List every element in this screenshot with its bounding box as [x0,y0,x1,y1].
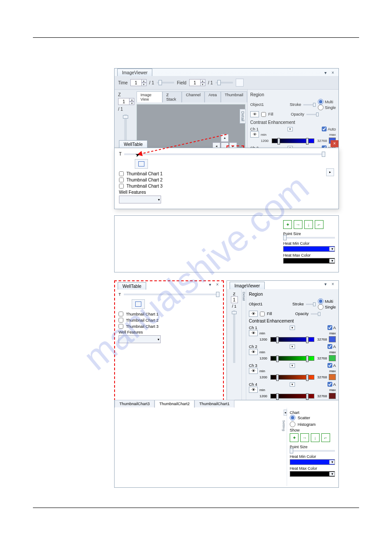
visibility-toggle[interactable]: 👁 [249,368,258,374]
tab-channel[interactable]: Channel [182,91,205,102]
heat-max-color-picker[interactable]: ▾ [283,258,335,264]
collapse-button[interactable]: ◂ [284,410,287,416]
nav-up-button[interactable]: ▴ [221,134,229,142]
thumb2-checkbox[interactable] [119,178,124,182]
heat-min-color-picker[interactable]: ▾ [283,246,335,252]
welltable-tab[interactable]: WellTable [119,140,147,148]
stroke-slider[interactable] [306,304,316,305]
panel-pin-close[interactable]: ▾ × [324,70,336,75]
visibility-toggle[interactable]: 👁 [249,311,258,317]
thumb1-checkbox[interactable] [119,171,124,176]
gradient-slider[interactable] [270,337,314,342]
channel-swatch[interactable] [329,393,336,399]
fill-checkbox[interactable] [260,312,265,316]
field-slider[interactable] [216,82,233,83]
tab-area[interactable]: Area [205,91,221,102]
gradient-slider[interactable] [270,375,314,380]
gradient-slider[interactable] [272,138,314,143]
thumb3-checkbox[interactable] [119,324,123,329]
right-icon[interactable]: → [300,433,309,442]
channel-swatch[interactable] [329,336,336,342]
heat-min-color-picker[interactable]: ▾ [290,459,335,465]
down-icon[interactable]: ↓ [304,220,313,229]
panel-pin-close[interactable]: ▾ × [209,282,220,287]
auto-checkbox[interactable] [327,363,332,368]
stroke-slider[interactable] [303,104,316,105]
tab-thumbnail[interactable]: Thumbnail [221,91,247,102]
well-grid-button[interactable] [135,159,148,169]
tab-thumb3[interactable]: ThumbnailChart3 [115,400,155,408]
z-slider[interactable] [233,310,235,363]
toolbar-button[interactable] [236,79,244,87]
channel-dropdown[interactable]: ▾ [290,363,295,368]
histogram-radio[interactable]: Histogram [290,421,335,427]
heat-min-label: Heat Min Color [290,454,335,459]
t-slider[interactable] [124,153,325,155]
point-size-slider[interactable] [283,237,335,239]
t-label: T [119,152,122,156]
well-features-dropdown[interactable]: ▾ [119,196,161,203]
channel-dropdown[interactable]: ▾ [290,382,295,387]
visibility-toggle[interactable]: 👁 [250,131,259,138]
corner-icon[interactable]: ⌐ [321,433,330,442]
detail-toggle[interactable]: Detail [240,109,246,123]
auto-checkbox[interactable] [322,127,327,131]
down-icon[interactable]: ▾ [141,83,147,86]
point-size-slider[interactable] [290,450,335,452]
close-button[interactable]: × [331,140,338,147]
corner-icon[interactable]: ⌐ [315,220,324,229]
time-slider[interactable] [157,82,174,83]
multi-radio[interactable]: Multi [318,99,336,105]
tab-image-view[interactable]: Image View [137,91,162,102]
tab-thumb2[interactable]: ThumbnailChart2 [155,400,194,408]
channel-dropdown[interactable]: ▾ [290,345,295,349]
welltable-tab[interactable]: WellTable [118,282,146,290]
auto-checkbox[interactable] [327,344,332,349]
z-spinner[interactable]: ▴▾ [118,98,134,105]
image-viewer-tab[interactable]: ImageViewer [117,69,152,76]
down-icon[interactable]: ↓ [311,433,320,442]
opacity-slider[interactable] [306,114,319,115]
fit-icon[interactable]: ✦ [283,220,292,229]
well-grid-button[interactable] [132,299,145,309]
fill-checkbox[interactable] [261,112,266,117]
up-icon[interactable]: ▴ [141,79,147,83]
thumb3-checkbox[interactable] [119,184,124,189]
right-icon[interactable]: → [294,220,302,229]
auto-checkbox[interactable] [327,325,332,330]
fit-icon[interactable]: ✦ [290,433,298,442]
scatter-radio[interactable]: Scatter [290,415,335,421]
opacity-slider[interactable] [311,313,320,315]
well-features-dropdown[interactable]: ▾ [119,335,161,343]
field-spinner[interactable]: ▴▾ [189,79,205,86]
thumb2-checkbox[interactable] [119,318,123,323]
gradient-slider[interactable] [270,356,314,361]
time-spinner[interactable]: ▴▾ [130,79,147,86]
visibility-toggle[interactable]: 👁 [249,387,258,393]
thumb2-label: Thumbnail Chart 2 [126,178,162,182]
gradient-slider[interactable] [270,394,314,399]
single-radio[interactable]: Single [318,105,336,110]
tab-thumb1[interactable]: ThumbnailChart1 [194,400,234,408]
auto-checkbox[interactable] [327,382,332,387]
tab-z-stack[interactable]: Z Stack [162,91,182,102]
max-value: 32768 [317,394,327,398]
visibility-toggle[interactable]: 👁 [249,349,258,355]
chart-canvas[interactable] [115,408,287,486]
t-slider[interactable] [124,294,220,295]
image-viewer-tab[interactable]: ImageViewer [230,282,265,289]
detail-toggle[interactable]: Detail [242,289,246,409]
next-button[interactable]: ▸ [326,168,334,176]
single-radio[interactable]: Single [318,304,336,310]
multi-radio[interactable]: Multi [318,298,336,304]
channel-dropdown[interactable]: ▾ [288,127,293,131]
z-spinner[interactable] [228,296,241,303]
channel-swatch[interactable] [329,374,336,380]
channel-dropdown[interactable]: ▾ [290,326,295,330]
visibility-toggle[interactable]: 👁 [249,330,258,336]
thumb1-checkbox[interactable] [119,312,123,316]
channel-swatch[interactable] [329,355,336,361]
visibility-toggle[interactable]: 👁 [250,111,259,117]
heat-max-color-picker[interactable]: ▾ [290,471,335,477]
panel-pin-close[interactable]: ▾ × [324,282,336,287]
